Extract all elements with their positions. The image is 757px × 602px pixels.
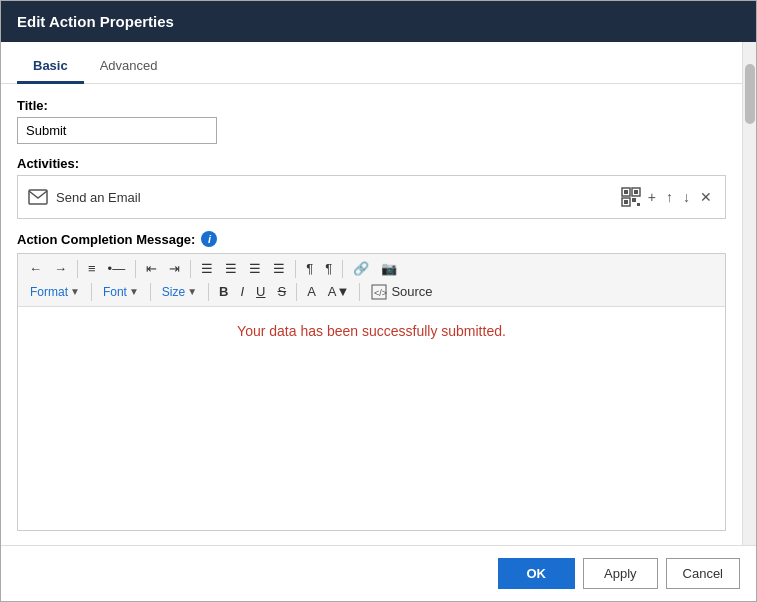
move-down-button[interactable]: ↓	[680, 187, 693, 207]
svg-rect-7	[632, 198, 636, 202]
separator-3	[190, 260, 191, 278]
dialog-body: Basic Advanced Title: Activities:	[1, 42, 756, 545]
edit-action-dialog: Edit Action Properties Basic Advanced Ti…	[0, 0, 757, 602]
link-button[interactable]: 🔗	[348, 258, 374, 279]
toolbar-row-1: ← → ≡ •— ⇤ ⇥ ☰ ☰ ☰	[24, 258, 719, 279]
form-area: Title: Activities: Send an Email	[1, 84, 742, 545]
increase-indent-button[interactable]: ⇥	[164, 258, 185, 279]
svg-rect-0	[29, 190, 47, 204]
title-field-group: Title:	[17, 98, 726, 144]
font-dropdown[interactable]: Font ▼	[97, 283, 145, 301]
move-up-button[interactable]: ↑	[663, 187, 676, 207]
image-button[interactable]: 📷	[376, 258, 402, 279]
activity-icons: + ↑ ↓ ✕	[621, 187, 715, 207]
activities-group: Activities: Send an Email	[17, 156, 726, 219]
separator-7	[150, 283, 151, 301]
title-label: Title:	[17, 98, 726, 113]
format-dropdown[interactable]: Format ▼	[24, 283, 86, 301]
activity-name: Send an Email	[56, 190, 141, 205]
scrollbar[interactable]	[742, 42, 756, 545]
editor-body[interactable]: Your data has been successfully submitte…	[18, 307, 725, 530]
ordered-list-button[interactable]: ≡	[83, 258, 101, 279]
activity-item: Send an Email	[28, 189, 141, 205]
apply-button[interactable]: Apply	[583, 558, 658, 589]
source-icon: </>	[371, 284, 387, 300]
editor-content-text: Your data has been successfully submitte…	[237, 323, 506, 339]
format-arrow-icon: ▼	[70, 286, 80, 297]
separator-6	[91, 283, 92, 301]
svg-text:</>: </>	[374, 288, 387, 298]
svg-rect-2	[624, 190, 628, 194]
separator-2	[135, 260, 136, 278]
rtl-button[interactable]: ¶	[320, 258, 337, 279]
toolbar-row-2: Format ▼ Font ▼ Size	[24, 281, 719, 302]
dialog-footer: OK Apply Cancel	[1, 545, 756, 601]
cancel-button[interactable]: Cancel	[666, 558, 740, 589]
completion-message-label: Action Completion Message: i	[17, 231, 726, 247]
add-activity-button[interactable]: +	[645, 187, 659, 207]
ok-button[interactable]: OK	[498, 558, 576, 589]
separator-4	[295, 260, 296, 278]
dialog-title: Edit Action Properties	[1, 1, 756, 42]
font-label: Font	[103, 285, 127, 299]
underline-button[interactable]: U	[251, 281, 270, 302]
size-dropdown[interactable]: Size ▼	[156, 283, 203, 301]
editor-toolbar: ← → ≡ •— ⇤ ⇥ ☰ ☰ ☰	[18, 254, 725, 307]
bold-button[interactable]: B	[214, 281, 233, 302]
size-arrow-icon: ▼	[187, 286, 197, 297]
size-label: Size	[162, 285, 185, 299]
unordered-list-button[interactable]: •—	[103, 258, 131, 279]
align-justify-button[interactable]: ☰	[268, 258, 290, 279]
tab-basic[interactable]: Basic	[17, 50, 84, 84]
email-icon	[28, 189, 48, 205]
qr-icon	[621, 187, 641, 207]
separator-10	[359, 283, 360, 301]
tab-advanced[interactable]: Advanced	[84, 50, 174, 84]
separator-1	[77, 260, 78, 278]
svg-rect-8	[637, 203, 640, 206]
font-color-button[interactable]: A	[302, 281, 321, 302]
align-center-button[interactable]: ☰	[220, 258, 242, 279]
font-background-button[interactable]: A▼	[323, 281, 355, 302]
align-right-button[interactable]: ☰	[244, 258, 266, 279]
svg-rect-4	[634, 190, 638, 194]
separator-5	[342, 260, 343, 278]
source-label: Source	[391, 284, 432, 299]
strikethrough-button[interactable]: S	[273, 281, 292, 302]
title-input[interactable]	[17, 117, 217, 144]
separator-8	[208, 283, 209, 301]
undo-button[interactable]: ←	[24, 258, 47, 279]
decrease-indent-button[interactable]: ⇤	[141, 258, 162, 279]
redo-button[interactable]: →	[49, 258, 72, 279]
ltr-button[interactable]: ¶	[301, 258, 318, 279]
scrollbar-thumb	[745, 64, 755, 124]
format-label: Format	[30, 285, 68, 299]
italic-button[interactable]: I	[235, 281, 249, 302]
dialog-content: Basic Advanced Title: Activities:	[1, 42, 742, 545]
editor-container: ← → ≡ •— ⇤ ⇥ ☰ ☰ ☰	[17, 253, 726, 531]
completion-message-section: Action Completion Message: i ← → ≡ •—	[17, 231, 726, 531]
remove-activity-button[interactable]: ✕	[697, 187, 715, 207]
align-left-button[interactable]: ☰	[196, 258, 218, 279]
tabs-bar: Basic Advanced	[1, 42, 742, 84]
separator-9	[296, 283, 297, 301]
info-icon: i	[201, 231, 217, 247]
svg-rect-6	[624, 200, 628, 204]
source-button[interactable]: </> Source	[365, 282, 438, 302]
font-arrow-icon: ▼	[129, 286, 139, 297]
activities-label: Activities:	[17, 156, 726, 171]
activities-box: Send an Email	[17, 175, 726, 219]
